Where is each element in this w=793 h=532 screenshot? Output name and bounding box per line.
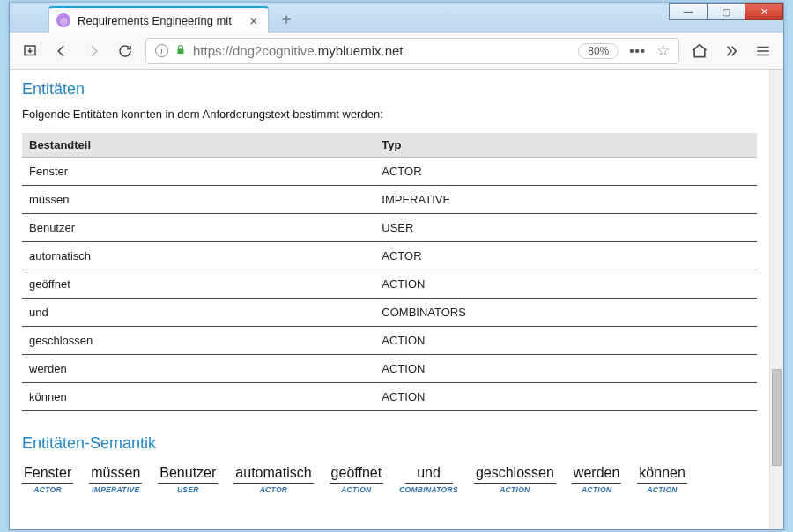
tab-strip: ◎ Requirements Engineering mit × + — [10, 3, 783, 33]
browser-toolbar: i https://dng2cognitive.mybluemix.net 80… — [10, 33, 783, 70]
token-word: geschlossen — [474, 465, 556, 484]
home-button[interactable] — [688, 40, 711, 63]
token-word: werden — [572, 465, 621, 484]
cell-component: Benutzer — [22, 214, 374, 242]
cell-component: und — [22, 299, 374, 327]
close-window-button[interactable]: ✕ — [745, 3, 783, 20]
browser-tab[interactable]: ◎ Requirements Engineering mit × — [48, 6, 269, 33]
table-row: automatischACTOR — [22, 242, 757, 270]
window-controls: — ▢ ✕ — [670, 3, 783, 24]
close-tab-button[interactable]: × — [247, 13, 261, 27]
table-header-row: Bestandteil Typ — [22, 133, 757, 158]
cell-component: geöffnet — [22, 270, 374, 299]
page-actions-icon[interactable]: ••• — [626, 43, 649, 58]
downloads-icon[interactable] — [19, 40, 41, 63]
token-tag: COMBINATORS — [399, 485, 458, 494]
token-word: müssen — [89, 465, 142, 484]
token-word: können — [637, 465, 687, 484]
cell-type: ACTOR — [374, 242, 757, 270]
cell-type: ACTION — [374, 270, 757, 299]
vertical-scrollbar[interactable] — [769, 70, 783, 529]
semantik-section: Entitäten-Semantik FensterACTORmüssenIMP… — [22, 434, 757, 494]
page-viewport: Entitäten Folgende Entitäten konnten in … — [10, 70, 783, 529]
token-word: Benutzer — [158, 465, 218, 484]
table-row: geschlossenACTION — [22, 327, 757, 355]
overflow-chevron-icon[interactable] — [720, 40, 743, 63]
token-word: geöffnet — [330, 465, 384, 484]
table-row: geöffnetACTION — [22, 270, 757, 299]
token-word: automatisch — [233, 465, 313, 484]
table-row: werdenACTION — [22, 355, 757, 383]
semantik-token: BenutzerUSER — [158, 465, 218, 494]
favicon-icon: ◎ — [56, 13, 70, 27]
entities-description: Folgende Entitäten konnten in dem Anford… — [22, 107, 757, 121]
cell-component: werden — [22, 355, 374, 383]
token-tag: ACTION — [647, 485, 677, 494]
entities-table: Bestandteil Typ FensterACTORmüssenIMPERA… — [22, 133, 757, 411]
reload-button[interactable] — [114, 40, 137, 63]
token-tag: ACTOR — [260, 485, 288, 494]
token-tag: ACTION — [582, 485, 611, 494]
token-row: FensterACTORmüssenIMPERATIVEBenutzerUSER… — [22, 465, 757, 494]
maximize-button[interactable]: ▢ — [707, 3, 745, 20]
entities-heading: Entitäten — [22, 80, 757, 99]
token-word: Fenster — [22, 465, 73, 484]
token-tag: IMPERATIVE — [92, 485, 139, 494]
token-word: und — [405, 465, 453, 484]
table-row: undCOMBINATORS — [22, 299, 757, 327]
cell-component: können — [22, 383, 374, 411]
cell-type: ACTION — [374, 355, 757, 383]
zoom-badge[interactable]: 80% — [578, 43, 619, 59]
cell-type: COMBINATORS — [374, 299, 757, 327]
cell-component: Fenster — [22, 158, 374, 186]
back-button[interactable] — [50, 40, 73, 63]
cell-component: automatisch — [22, 242, 374, 270]
scroll-thumb[interactable] — [772, 369, 782, 466]
menu-button[interactable] — [752, 40, 774, 63]
cell-component: geschlossen — [22, 327, 374, 355]
table-row: müssenIMPERATIVE — [22, 186, 757, 214]
token-tag: ACTION — [341, 485, 371, 494]
cell-type: IMPERATIVE — [374, 186, 757, 214]
col-type: Typ — [374, 133, 757, 158]
new-tab-button[interactable]: + — [274, 8, 299, 31]
tab-title: Requirements Engineering mit — [78, 14, 240, 27]
cell-type: USER — [374, 214, 757, 242]
semantik-token: undCOMBINATORS — [399, 465, 458, 494]
cell-type: ACTION — [374, 383, 757, 411]
cell-component: müssen — [22, 186, 374, 214]
token-tag: ACTOR — [33, 485, 62, 494]
semantik-heading: Entitäten-Semantik — [22, 434, 757, 453]
semantik-token: müssenIMPERATIVE — [89, 465, 142, 494]
bookmark-star-icon[interactable]: ☆ — [656, 41, 670, 60]
semantik-token: FensterACTOR — [22, 465, 73, 494]
table-row: BenutzerUSER — [22, 214, 757, 242]
semantik-token: geöffnetACTION — [330, 465, 384, 494]
forward-button[interactable] — [82, 40, 105, 63]
token-tag: USER — [177, 485, 199, 494]
lock-icon — [175, 44, 186, 58]
minimize-button[interactable]: — — [669, 3, 708, 20]
site-info-icon[interactable]: i — [155, 44, 168, 57]
semantik-token: werdenACTION — [572, 465, 621, 494]
cell-type: ACTOR — [374, 158, 757, 186]
col-component: Bestandteil — [22, 133, 374, 158]
browser-window: — ▢ ✕ ◎ Requirements Engineering mit × +… — [9, 2, 784, 530]
semantik-token: könnenACTION — [637, 465, 687, 494]
semantik-token: automatischACTOR — [233, 465, 313, 494]
token-tag: ACTION — [500, 485, 530, 494]
url-text: https://dng2cognitive.mybluemix.net — [193, 43, 571, 58]
page-content: Entitäten Folgende Entitäten konnten in … — [10, 70, 769, 529]
semantik-token: geschlossenACTION — [474, 465, 556, 494]
table-row: könnenACTION — [22, 383, 757, 411]
cell-type: ACTION — [374, 327, 757, 355]
address-bar[interactable]: i https://dng2cognitive.mybluemix.net 80… — [145, 38, 679, 64]
table-row: FensterACTOR — [22, 158, 757, 186]
